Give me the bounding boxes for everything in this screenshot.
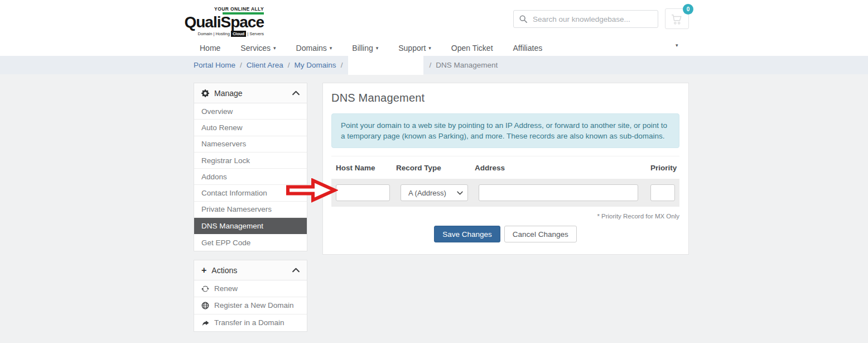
gear-icon (201, 89, 209, 97)
caret-down-icon: ▾ (376, 46, 379, 51)
priority-input[interactable] (650, 184, 675, 201)
globe-icon (201, 302, 209, 309)
cart-count-badge: 0 (683, 4, 693, 15)
caret-down-icon: ▾ (330, 46, 332, 51)
refresh-icon (201, 285, 209, 293)
account-caret-down-icon[interactable]: ▾ (676, 42, 678, 48)
transfer-arrow-icon (201, 319, 209, 327)
breadcrumb-client-area[interactable]: Client Area (247, 61, 283, 69)
breadcrumb-separator: / (429, 61, 431, 69)
sidebar-item-auto-renew[interactable]: Auto Renew (194, 120, 307, 136)
logo-wordmark: QualiSpace (184, 15, 264, 30)
caret-down-icon: ▾ (273, 46, 276, 51)
action-item-label: Register a New Domain (214, 301, 294, 309)
record-type-select-wrap: A (Address) (401, 184, 468, 201)
header-priority: Priority (650, 164, 675, 172)
chevron-up-icon (292, 268, 300, 273)
record-input-row: A (Address) (331, 179, 679, 207)
nav-item-affiliates[interactable]: Affiliates (513, 44, 543, 53)
sidebar-item-nameservers[interactable]: Nameservers (194, 136, 307, 153)
header-record-type: Record Type (396, 164, 475, 172)
breadcrumb-my-domains[interactable]: My Domains (295, 61, 336, 69)
nav-item-support[interactable]: Support▾ (398, 44, 431, 53)
actions-panel-header[interactable]: + Actions (194, 260, 307, 280)
qualispace-logo[interactable]: YOUR ONLINE ALLY QualiSpace Domain | Hos… (192, 6, 264, 37)
redacted-account-name (600, 38, 674, 55)
logo-tagline-left: Domain | Hosting (197, 31, 229, 36)
host-name-input[interactable] (336, 184, 390, 201)
nav-item-domains[interactable]: Domains▾ (296, 44, 332, 53)
breadcrumb-portal-home[interactable]: Portal Home (194, 61, 235, 69)
nav-item-open-ticket[interactable]: Open Ticket (451, 44, 493, 53)
nav-item-home[interactable]: Home (200, 44, 220, 53)
record-type-select[interactable]: A (Address) (401, 184, 468, 201)
caret-down-icon: ▾ (428, 46, 431, 51)
redacted-domain-name (348, 55, 423, 75)
logo-tagline-cloud: Cloud (231, 31, 246, 37)
breadcrumb-current-page: DNS Management (436, 61, 498, 69)
priority-mx-note: * Priority Record for MX Only (331, 213, 679, 220)
action-item-label: Renew (214, 284, 238, 293)
cancel-changes-button[interactable]: Cancel Changes (504, 226, 577, 242)
shopping-cart-icon (671, 14, 683, 25)
sidebar-item-dns-management[interactable]: DNS Management (194, 218, 307, 234)
sidebar-item-private-nameservers[interactable]: Private Nameservers (194, 202, 307, 218)
action-item-label: Transfer in a Domain (214, 318, 284, 327)
action-item-register-new-domain[interactable]: Register a New Domain (194, 297, 307, 314)
page: YOUR ONLINE ALLY QualiSpace Domain | Hos… (0, 0, 868, 343)
logo-tagline-top: YOUR ONLINE ALLY (214, 6, 264, 12)
plus-icon: + (201, 266, 206, 275)
sidebar-item-overview[interactable]: Overview (194, 103, 307, 120)
actions-panel: + Actions Renew Register a New Domain (194, 260, 307, 332)
breadcrumb-separator: / (341, 61, 343, 69)
nav-item-billing[interactable]: Billing▾ (352, 44, 378, 53)
logo-tagline-right: | Servers (247, 31, 264, 36)
chevron-up-icon (292, 90, 300, 96)
header-host-name: Host Name (336, 164, 396, 172)
breadcrumb-separator: / (240, 61, 242, 69)
actions-panel-title: Actions (211, 266, 292, 275)
cart-button[interactable]: 0 (665, 8, 689, 29)
manage-panel-header[interactable]: Manage (194, 83, 307, 103)
knowledgebase-search-box (513, 10, 658, 28)
form-buttons: Save Changes Cancel Changes (331, 226, 679, 242)
nav-item-services[interactable]: Services▾ (240, 44, 276, 53)
search-input[interactable] (533, 15, 652, 23)
breadcrumb-separator: / (288, 61, 290, 69)
action-item-transfer-in-domain[interactable]: Transfer in a Domain (194, 315, 307, 331)
save-changes-button[interactable]: Save Changes (434, 226, 500, 242)
table-header-row: Host Name Record Type Address Priority (331, 164, 679, 172)
manage-panel: Manage Overview Auto Renew Nameservers R… (194, 83, 307, 251)
logo-tagline-bottom: Domain | Hosting Cloud | Servers (197, 31, 264, 37)
sidebar-item-get-epp-code[interactable]: Get EPP Code (194, 234, 307, 250)
dns-records-table: Host Name Record Type Address Priority A… (331, 156, 679, 207)
sidebar-item-registrar-lock[interactable]: Registrar Lock (194, 153, 307, 169)
address-input[interactable] (479, 184, 638, 201)
top-header: YOUR ONLINE ALLY QualiSpace Domain | Hos… (0, 0, 868, 56)
info-message: Point your domain to a web site by point… (331, 113, 679, 148)
main-navigation: Home Services▾ Domains▾ Billing▾ Support… (200, 40, 542, 56)
header-address: Address (475, 164, 650, 172)
red-annotation-arrow (286, 178, 338, 203)
search-icon (519, 15, 527, 23)
manage-panel-title: Manage (214, 89, 292, 98)
action-item-renew[interactable]: Renew (194, 280, 307, 297)
breadcrumb: Portal Home / Client Area / My Domains /… (0, 56, 868, 74)
dns-management-card: DNS Management Point your domain to a we… (322, 83, 689, 255)
page-title: DNS Management (331, 92, 679, 104)
